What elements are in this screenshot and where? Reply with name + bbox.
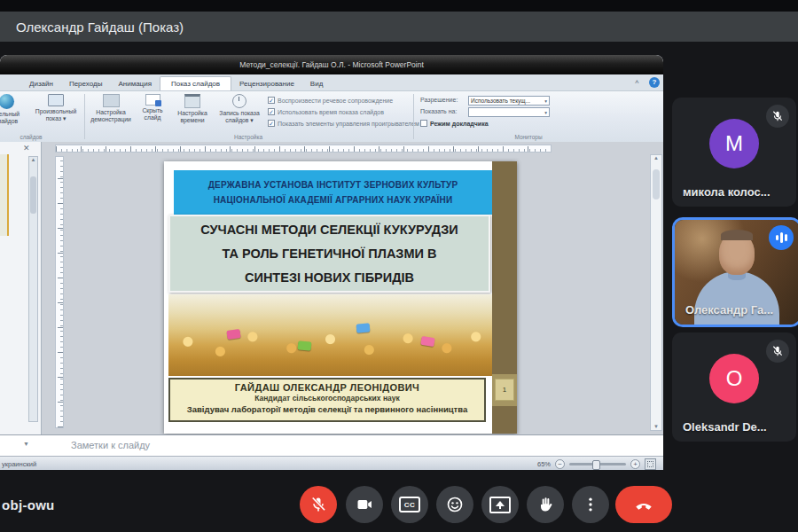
record-slideshow-button[interactable]: Запись показа слайдов ▾	[215, 94, 264, 124]
ribbon-collapse-icon[interactable]: ˄	[635, 78, 639, 86]
org-line-2: НАЦІОНАЛЬНОЇ АКАДЕМІЇ АГРАРНИХ НАУК УКРА…	[174, 195, 492, 205]
raised-hand-icon	[536, 496, 554, 513]
end-call-button[interactable]	[615, 486, 672, 523]
corn-tag	[420, 336, 434, 347]
notes-pane[interactable]: ▼ Заметки к слайду	[0, 434, 663, 456]
scroll-down-icon[interactable]: ▼	[651, 424, 661, 429]
title-line-3: СИНТЕЗІ НОВИХ ГІБРИДІВ	[170, 266, 489, 290]
captions-button[interactable]: CC	[391, 486, 428, 523]
show-on-label: Показать на:	[420, 108, 457, 114]
audio-bar	[776, 235, 778, 240]
participant-name: Oleksandr De...	[683, 420, 767, 434]
scrollbar-thumb[interactable]	[653, 169, 660, 200]
meet-window: Олександр Гайдаш (Показ) Методи_селекції…	[0, 0, 798, 532]
corn-tag	[226, 329, 240, 340]
ribbon-separator	[84, 94, 85, 139]
reactions-button[interactable]	[436, 486, 473, 523]
tab-slideshow[interactable]: Показ слайдов	[160, 76, 231, 90]
presenter-view-checkbox[interactable]: Режим докладчика	[420, 120, 489, 127]
slide-number-placeholder: 1	[495, 379, 514, 401]
tab-view[interactable]: Вид	[302, 77, 331, 90]
participant-tile-oleksandr-video[interactable]: Олександр Га...	[672, 217, 798, 327]
participant-tile-mykola[interactable]: M микола колос...	[672, 98, 796, 207]
slide-author-box: ГАЙДАШ ОЛЕКСАНДР ЛЕОНІДОВИЧ Кандидат сіл…	[168, 378, 486, 422]
avatar: O	[709, 354, 759, 403]
setup-show-icon	[103, 94, 120, 107]
hide-slide-button[interactable]: Скрыть слайд	[135, 94, 170, 121]
tab-animations[interactable]: Анимация	[110, 77, 160, 90]
speaking-indicator	[769, 225, 794, 250]
record-slideshow-icon	[232, 94, 246, 108]
corn-image	[168, 294, 492, 376]
rehearse-timings-icon	[184, 94, 200, 108]
editing-scrollbar[interactable]: ▲ ▼	[650, 154, 662, 431]
slide-org-header: ДЕРЖАВНА УСТАНОВА ІНСТИТУТ ЗЕРНОВИХ КУЛЬ…	[174, 170, 492, 215]
help-icon[interactable]: ?	[649, 77, 660, 88]
setup-group-label: Настройка	[87, 134, 410, 140]
chevron-down-icon: ▾	[544, 98, 547, 104]
checkbox-unchecked-icon	[420, 120, 427, 127]
scroll-up-icon[interactable]: ▲	[29, 157, 37, 162]
setup-show-button[interactable]: Настройка демонстрации	[87, 94, 135, 123]
show-media-controls-checkbox[interactable]: ✓ Показать элементы управления проигрыва…	[268, 120, 419, 127]
broadcast-slideshow-button[interactable]: ательный слайдов	[0, 94, 27, 125]
thumbnails-scrollbar[interactable]: ▲	[28, 156, 38, 422]
mic-muted-badge	[766, 340, 789, 363]
vertical-ruler	[55, 156, 64, 428]
resolution-label: Разрешение:	[420, 97, 458, 103]
zoom-slider[interactable]	[569, 463, 626, 466]
start-group-label: слайдов	[0, 134, 71, 140]
checkbox-checked-icon: ✓	[268, 120, 275, 127]
ribbon-separator	[413, 94, 414, 139]
scrollbar-thumb[interactable]	[30, 176, 36, 214]
meeting-code: obj-owu	[2, 497, 55, 512]
custom-slideshow-button[interactable]: Произвольный показ ▾	[30, 94, 82, 122]
fit-to-window-icon[interactable]	[645, 458, 656, 470]
zoom-out-icon[interactable]: −	[555, 459, 565, 469]
present-button[interactable]	[481, 486, 519, 523]
custom-show-icon	[48, 94, 64, 106]
mic-off-button[interactable]	[300, 486, 337, 523]
author-degree: Кандидат сільськогосподарських наук	[170, 394, 484, 403]
ppt-titlebar[interactable]: Методи_селекції. Гайдаш О.Л. - Microsoft…	[0, 55, 663, 74]
close-icon[interactable]: ✕	[23, 144, 30, 153]
camera-icon	[356, 496, 373, 513]
author-name: ГАЙДАШ ОЛЕКСАНДР ЛЕОНІДОВИЧ	[170, 382, 484, 393]
audio-bar	[785, 234, 787, 241]
person-hair	[721, 230, 753, 240]
participant-name: микола колос...	[683, 185, 771, 199]
audio-bar	[780, 232, 783, 243]
mic-off-icon	[771, 110, 784, 122]
smiley-icon	[446, 496, 464, 513]
mic-off-icon	[771, 345, 784, 357]
present-screen-icon	[489, 497, 511, 513]
slide-canvas: 1 ДЕРЖАВНА УСТАНОВА ІНСТИТУТ ЗЕРНОВИХ КУ…	[164, 161, 517, 434]
tab-review[interactable]: Рецензирование	[231, 77, 302, 90]
rehearse-timings-button[interactable]: Настройка времени	[170, 94, 215, 124]
zoom-controls: 65% − +	[537, 458, 656, 470]
slide-thumbnail[interactable]	[0, 154, 9, 236]
end-call-icon	[633, 494, 654, 515]
zoom-slider-thumb[interactable]	[592, 460, 600, 470]
show-on-dropdown[interactable]: ▾	[468, 107, 550, 117]
mic-off-icon	[309, 496, 327, 513]
slide-title-box: СУЧАСНІ МЕТОДИ СЕЛЕКЦІЇ КУКУРУДЗИ ТА РОЛ…	[168, 215, 490, 293]
play-narrations-checkbox[interactable]: ✓ Воспроизвести речевое сопровождение	[268, 97, 393, 104]
raise-hand-button[interactable]	[527, 486, 564, 523]
splitter-icon[interactable]: ▼	[23, 441, 29, 447]
resolution-dropdown[interactable]: Использовать текущ... ▾	[468, 96, 550, 106]
participant-tile-oleksandr-de[interactable]: O Oleksandr De...	[672, 332, 796, 442]
use-timings-checkbox[interactable]: ✓ Использовать время показа слайдов	[268, 108, 384, 115]
tab-transitions[interactable]: Переходы	[61, 77, 111, 90]
scroll-up-icon[interactable]: ▲	[651, 155, 661, 160]
zoom-in-icon[interactable]: +	[630, 459, 640, 469]
more-options-button[interactable]	[572, 486, 609, 523]
checkbox-checked-icon: ✓	[268, 108, 275, 115]
notes-placeholder: Заметки к слайду	[71, 440, 150, 450]
resolution-row: Разрешение:	[420, 97, 458, 103]
title-line-1: СУЧАСНІ МЕТОДИ СЕЛЕКЦІЇ КУКУРУДЗИ	[170, 218, 489, 242]
tab-design[interactable]: Дизайн	[21, 77, 61, 90]
powerpoint-window: Методи_селекції. Гайдаш О.Л. - Microsoft…	[0, 55, 663, 470]
monitors-group-label: Мониторы	[413, 134, 644, 140]
camera-button[interactable]	[346, 486, 383, 523]
